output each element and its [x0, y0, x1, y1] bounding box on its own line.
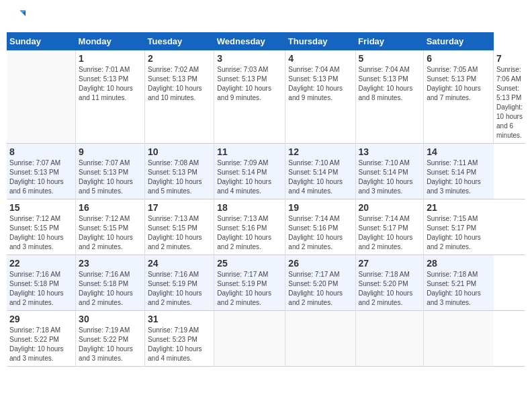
cell-w1d5: 5Sunrise: 7:04 AMSunset: 5:13 PMDaylight… — [355, 50, 424, 144]
cell-w3d4: 19Sunrise: 7:14 AMSunset: 5:16 PMDayligh… — [285, 199, 355, 255]
week-row-3: 15Sunrise: 7:12 AMSunset: 5:15 PMDayligh… — [7, 199, 525, 255]
cell-w4d1: 23Sunrise: 7:16 AMSunset: 5:18 PMDayligh… — [76, 255, 145, 311]
cell-w4d6: 28Sunrise: 7:18 AMSunset: 5:21 PMDayligh… — [424, 255, 494, 311]
cell-w5d1: 30Sunrise: 7:19 AMSunset: 5:22 PMDayligh… — [76, 311, 145, 367]
cell-w3d0: 15Sunrise: 7:12 AMSunset: 5:15 PMDayligh… — [7, 199, 76, 255]
cell-w5d0: 29Sunrise: 7:18 AMSunset: 5:22 PMDayligh… — [7, 311, 76, 367]
cell-w2d2: 10Sunrise: 7:08 AMSunset: 5:13 PMDayligh… — [145, 144, 214, 199]
cell-w2d1: 9Sunrise: 7:07 AMSunset: 5:13 PMDaylight… — [76, 144, 145, 199]
cell-w5d2: 31Sunrise: 7:19 AMSunset: 5:23 PMDayligh… — [145, 311, 214, 367]
header-saturday: Saturday — [424, 32, 494, 50]
cell-w2d6: 14Sunrise: 7:11 AMSunset: 5:14 PMDayligh… — [424, 144, 494, 199]
cell-w2d3: 11Sunrise: 7:09 AMSunset: 5:14 PMDayligh… — [214, 144, 285, 199]
cell-w3d3: 18Sunrise: 7:13 AMSunset: 5:16 PMDayligh… — [214, 199, 285, 255]
header-monday: Monday — [76, 32, 145, 50]
logo-icon — [7, 7, 26, 26]
cell-w1d0 — [7, 50, 76, 144]
cell-w3d2: 17Sunrise: 7:13 AMSunset: 5:15 PMDayligh… — [145, 199, 214, 255]
header — [7, 7, 525, 26]
cell-w2d5: 13Sunrise: 7:10 AMSunset: 5:14 PMDayligh… — [355, 144, 424, 199]
cell-w2d0: 8Sunrise: 7:07 AMSunset: 5:13 PMDaylight… — [7, 144, 76, 199]
cell-w2d4: 12Sunrise: 7:10 AMSunset: 5:14 PMDayligh… — [285, 144, 355, 199]
week-row-2: 8Sunrise: 7:07 AMSunset: 5:13 PMDaylight… — [7, 144, 525, 199]
header-sunday: Sunday — [7, 32, 76, 50]
cell-w3d1: 16Sunrise: 7:12 AMSunset: 5:15 PMDayligh… — [76, 199, 145, 255]
cell-w4d0: 22Sunrise: 7:16 AMSunset: 5:18 PMDayligh… — [7, 255, 76, 311]
header-friday: Friday — [355, 32, 424, 50]
header-tuesday: Tuesday — [145, 32, 214, 50]
cell-w1d3: 3Sunrise: 7:03 AMSunset: 5:13 PMDaylight… — [214, 50, 285, 144]
week-row-4: 22Sunrise: 7:16 AMSunset: 5:18 PMDayligh… — [7, 255, 525, 311]
calendar-table: SundayMondayTuesdayWednesdayThursdayFrid… — [7, 32, 525, 367]
svg-rect-0 — [7, 7, 26, 26]
cell-w4d4: 26Sunrise: 7:17 AMSunset: 5:20 PMDayligh… — [285, 255, 355, 311]
cell-w1d6: 6Sunrise: 7:05 AMSunset: 5:13 PMDaylight… — [424, 50, 494, 144]
cell-w4d5: 27Sunrise: 7:18 AMSunset: 5:20 PMDayligh… — [355, 255, 424, 311]
cell-w1d4: 4Sunrise: 7:04 AMSunset: 5:13 PMDaylight… — [285, 50, 355, 144]
week-row-1: 1Sunrise: 7:01 AMSunset: 5:13 PMDaylight… — [7, 50, 525, 144]
logo — [7, 7, 27, 26]
week-row-5: 29Sunrise: 7:18 AMSunset: 5:22 PMDayligh… — [7, 311, 525, 367]
header-wednesday: Wednesday — [214, 32, 285, 50]
cell-w3d6: 21Sunrise: 7:15 AMSunset: 5:17 PMDayligh… — [424, 199, 494, 255]
header-row: SundayMondayTuesdayWednesdayThursdayFrid… — [7, 32, 525, 50]
cell-w5d3 — [214, 311, 285, 367]
cell-w4d3: 25Sunrise: 7:17 AMSunset: 5:19 PMDayligh… — [214, 255, 285, 311]
header-thursday: Thursday — [285, 32, 355, 50]
cell-w5d6 — [424, 311, 494, 367]
cell-w1d7: 7Sunrise: 7:06 AMSunset: 5:13 PMDaylight… — [494, 50, 525, 144]
cell-w5d5 — [355, 311, 424, 367]
cell-w5d4 — [285, 311, 355, 367]
cell-w1d1: 1Sunrise: 7:01 AMSunset: 5:13 PMDaylight… — [76, 50, 145, 144]
cell-w1d2: 2Sunrise: 7:02 AMSunset: 5:13 PMDaylight… — [145, 50, 214, 144]
cell-w3d5: 20Sunrise: 7:14 AMSunset: 5:17 PMDayligh… — [355, 199, 424, 255]
cell-w4d2: 24Sunrise: 7:16 AMSunset: 5:19 PMDayligh… — [145, 255, 214, 311]
